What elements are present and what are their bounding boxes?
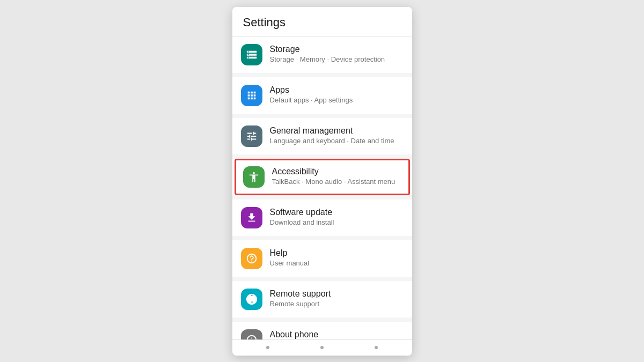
help-icon (241, 248, 262, 269)
about-item[interactable]: About phone Status · Legal information ·… (232, 322, 412, 339)
apps-subtitle: Default apps · App settings (270, 96, 404, 105)
general-text: General management Language and keyboard… (270, 126, 404, 146)
nav-indicator-3 (375, 346, 378, 349)
help-subtitle: User manual (270, 259, 404, 268)
storage-item[interactable]: Storage Storage · Memory · Device protec… (232, 36, 412, 73)
accessibility-subtitle: TalkBack · Mono audio · Assistant menu (272, 178, 401, 187)
remote-title: Remote support (270, 289, 404, 299)
storage-title: Storage (270, 45, 404, 54)
accessibility-item[interactable]: Accessibility TalkBack · Mono audio · As… (235, 159, 410, 195)
about-title: About phone (270, 330, 404, 339)
general-title: General management (270, 126, 404, 136)
software-group: Software update Download and install (232, 200, 412, 236)
software-subtitle: Download and install (270, 218, 404, 227)
help-title: Help (270, 248, 404, 258)
nav-indicator-1 (266, 346, 269, 349)
general-subtitle: Language and keyboard · Date and time (270, 137, 404, 146)
storage-icon (241, 44, 262, 65)
remote-icon (241, 289, 262, 310)
remote-item[interactable]: Remote support Remote support (232, 281, 412, 317)
page-title: Settings (243, 16, 286, 29)
storage-group: Storage Storage · Memory · Device protec… (232, 36, 412, 73)
settings-list: Storage Storage · Memory · Device protec… (232, 36, 412, 339)
about-text: About phone Status · Legal information ·… (270, 330, 404, 339)
settings-header: Settings (232, 7, 412, 36)
about-icon (241, 329, 262, 339)
general-icon (241, 125, 262, 147)
software-text: Software update Download and install (270, 208, 404, 227)
phone-frame: Settings Storage Storage · Memory · Devi… (232, 7, 412, 356)
accessibility-title: Accessibility (272, 167, 401, 176)
remote-subtitle: Remote support (270, 300, 404, 309)
search-icon[interactable] (389, 16, 401, 29)
storage-text: Storage Storage · Memory · Device protec… (270, 45, 404, 64)
software-item[interactable]: Software update Download and install (232, 200, 412, 236)
remote-group: Remote support Remote support (232, 281, 412, 317)
help-text: Help User manual (270, 248, 404, 268)
about-group: About phone Status · Legal information ·… (232, 322, 412, 339)
accessibility-group: Accessibility TalkBack · Mono audio · As… (232, 159, 412, 195)
software-icon (241, 207, 262, 228)
accessibility-icon (243, 166, 265, 188)
apps-text: Apps Default apps · App settings (270, 85, 404, 105)
accessibility-text: Accessibility TalkBack · Mono audio · As… (272, 167, 401, 187)
apps-icon (241, 85, 262, 106)
help-item[interactable]: Help User manual (232, 240, 412, 277)
general-item[interactable]: General management Language and keyboard… (232, 118, 412, 154)
general-group: General management Language and keyboard… (232, 118, 412, 154)
remote-text: Remote support Remote support (270, 289, 404, 309)
storage-subtitle: Storage · Memory · Device protection (270, 55, 404, 64)
apps-group: Apps Default apps · App settings (232, 77, 412, 114)
nav-indicator-2 (320, 346, 324, 349)
apps-title: Apps (270, 85, 404, 95)
help-group: Help User manual (232, 240, 412, 277)
apps-item[interactable]: Apps Default apps · App settings (232, 77, 412, 114)
bottom-nav (232, 339, 412, 356)
software-title: Software update (270, 208, 404, 217)
